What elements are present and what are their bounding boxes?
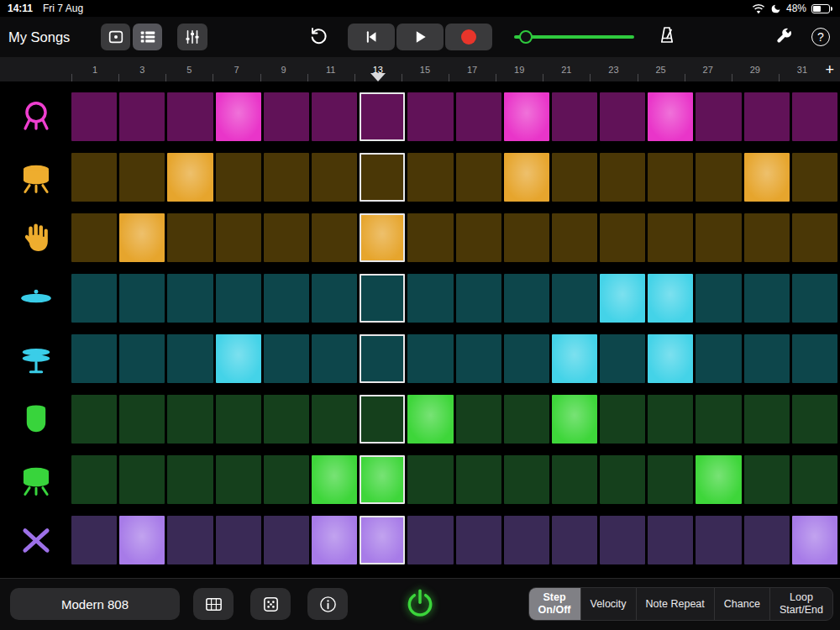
step-cell-sticks-10[interactable] <box>504 516 549 564</box>
step-cell-cymbal-10[interactable] <box>504 274 549 323</box>
pad-view-button[interactable] <box>101 24 130 50</box>
instrument-cymbal-button[interactable] <box>0 274 71 323</box>
step-cell-tom-green-7[interactable] <box>360 395 405 444</box>
step-cell-clap-14[interactable] <box>696 213 741 262</box>
step-cell-hihat-5[interactable] <box>264 334 309 383</box>
step-cell-sticks-16[interactable] <box>792 516 837 564</box>
step-cell-clap-7[interactable] <box>360 213 405 262</box>
step-cell-snare-orange-12[interactable] <box>600 153 645 202</box>
step-cell-hihat-7[interactable] <box>360 334 405 383</box>
ruler-mark-31[interactable]: 31 <box>779 57 826 81</box>
segment-loop-start-end[interactable]: LoopStart/End <box>769 588 832 620</box>
step-cell-sticks-6[interactable] <box>312 516 357 564</box>
step-cell-sticks-7[interactable] <box>360 516 405 564</box>
step-cell-kick-green-3[interactable] <box>167 455 213 504</box>
step-cell-kick-green-15[interactable] <box>744 455 790 504</box>
step-cell-cymbal-8[interactable] <box>407 274 453 323</box>
step-cell-kick-green-9[interactable] <box>456 455 501 504</box>
instrument-clap-button[interactable] <box>0 213 71 262</box>
ruler-mark-19[interactable]: 19 <box>496 57 543 81</box>
step-cell-snare-orange-2[interactable] <box>119 153 165 202</box>
step-cell-clap-11[interactable] <box>552 213 597 262</box>
ruler-mark-15[interactable]: 15 <box>402 57 449 81</box>
record-button[interactable] <box>445 24 492 50</box>
step-cell-hihat-4[interactable] <box>216 334 261 383</box>
step-cell-hihat-15[interactable] <box>744 334 790 383</box>
step-cell-tom-green-2[interactable] <box>119 395 165 444</box>
step-cell-snare-orange-9[interactable] <box>456 153 501 202</box>
step-cell-kick-green-1[interactable] <box>71 455 117 504</box>
step-cell-drum-magenta-6[interactable] <box>312 92 357 141</box>
step-cell-drum-magenta-5[interactable] <box>264 92 309 141</box>
undo-button[interactable] <box>307 26 329 48</box>
step-cell-clap-13[interactable] <box>648 213 693 262</box>
add-section-button[interactable]: + <box>825 60 834 79</box>
instrument-kick-green-button[interactable] <box>0 455 71 504</box>
instrument-drum-magenta-button[interactable] <box>0 92 71 141</box>
step-cell-sticks-3[interactable] <box>167 516 213 564</box>
ruler-mark-29[interactable]: 29 <box>732 57 779 81</box>
step-cell-cymbal-14[interactable] <box>696 274 741 323</box>
step-cell-tom-green-11[interactable] <box>552 395 597 444</box>
step-cell-tom-green-1[interactable] <box>71 395 117 444</box>
step-cell-cymbal-13[interactable] <box>648 274 693 323</box>
step-cell-tom-green-13[interactable] <box>648 395 693 444</box>
step-cell-sticks-5[interactable] <box>264 516 309 564</box>
ruler-mark-13[interactable]: 13 <box>354 57 402 81</box>
power-button[interactable] <box>401 585 439 624</box>
step-cell-cymbal-6[interactable] <box>312 274 357 323</box>
step-cell-cymbal-3[interactable] <box>167 274 213 323</box>
ruler-mark-5[interactable]: 5 <box>165 57 213 81</box>
step-cell-drum-magenta-15[interactable] <box>744 92 790 141</box>
play-button[interactable] <box>396 24 444 50</box>
step-cell-tom-green-9[interactable] <box>456 395 501 444</box>
step-cell-drum-magenta-2[interactable] <box>119 92 165 141</box>
ruler-mark-1[interactable]: 1 <box>71 57 118 81</box>
step-cell-snare-orange-13[interactable] <box>648 153 693 202</box>
step-cell-sticks-1[interactable] <box>71 516 117 564</box>
ruler-mark-25[interactable]: 25 <box>638 57 685 81</box>
step-cell-tom-green-12[interactable] <box>600 395 645 444</box>
step-cell-drum-magenta-1[interactable] <box>71 92 117 141</box>
step-view-button[interactable] <box>133 24 162 50</box>
instrument-snare-orange-button[interactable] <box>0 153 71 202</box>
step-cell-clap-12[interactable] <box>600 213 645 262</box>
step-cell-cymbal-16[interactable] <box>792 274 837 323</box>
playhead-marker[interactable] <box>370 73 386 81</box>
step-cell-clap-1[interactable] <box>71 213 117 262</box>
step-cell-hihat-3[interactable] <box>167 334 213 383</box>
ruler-mark-7[interactable]: 7 <box>213 57 260 81</box>
step-cell-cymbal-9[interactable] <box>456 274 501 323</box>
step-cell-sticks-11[interactable] <box>552 516 597 564</box>
step-cell-sticks-13[interactable] <box>648 516 693 564</box>
step-cell-kick-green-11[interactable] <box>552 455 597 504</box>
step-cell-hihat-16[interactable] <box>792 334 837 383</box>
my-songs-button[interactable]: My Songs <box>8 17 70 57</box>
step-cell-snare-orange-5[interactable] <box>264 153 309 202</box>
step-cell-kick-green-14[interactable] <box>696 455 741 504</box>
step-cell-sticks-8[interactable] <box>407 516 453 564</box>
step-cell-hihat-9[interactable] <box>456 334 501 383</box>
ruler-mark-3[interactable]: 3 <box>118 57 165 81</box>
step-cell-snare-orange-3[interactable] <box>167 153 213 202</box>
skip-to-start-button[interactable] <box>348 24 395 50</box>
step-cell-cymbal-5[interactable] <box>264 274 309 323</box>
ruler-mark-23[interactable]: 23 <box>590 57 637 81</box>
step-cell-cymbal-4[interactable] <box>216 274 261 323</box>
step-cell-tom-green-8[interactable] <box>407 395 453 444</box>
step-cell-drum-magenta-14[interactable] <box>696 92 741 141</box>
track-ruler[interactable]: 135791113151719212325272931 + <box>0 57 840 82</box>
step-cell-kick-green-12[interactable] <box>600 455 645 504</box>
volume-slider-thumb[interactable] <box>519 30 533 44</box>
step-cell-drum-magenta-7[interactable] <box>360 92 405 141</box>
step-cell-kick-green-6[interactable] <box>312 455 357 504</box>
step-cell-sticks-14[interactable] <box>696 516 741 564</box>
step-cell-hihat-1[interactable] <box>71 334 117 383</box>
help-button[interactable]: ? <box>811 28 830 46</box>
step-cell-sticks-12[interactable] <box>600 516 645 564</box>
step-cell-kick-green-8[interactable] <box>407 455 453 504</box>
step-cell-drum-magenta-12[interactable] <box>600 92 645 141</box>
step-cell-drum-magenta-10[interactable] <box>504 92 549 141</box>
step-cell-kick-green-5[interactable] <box>264 455 309 504</box>
step-cell-tom-green-16[interactable] <box>792 395 837 444</box>
